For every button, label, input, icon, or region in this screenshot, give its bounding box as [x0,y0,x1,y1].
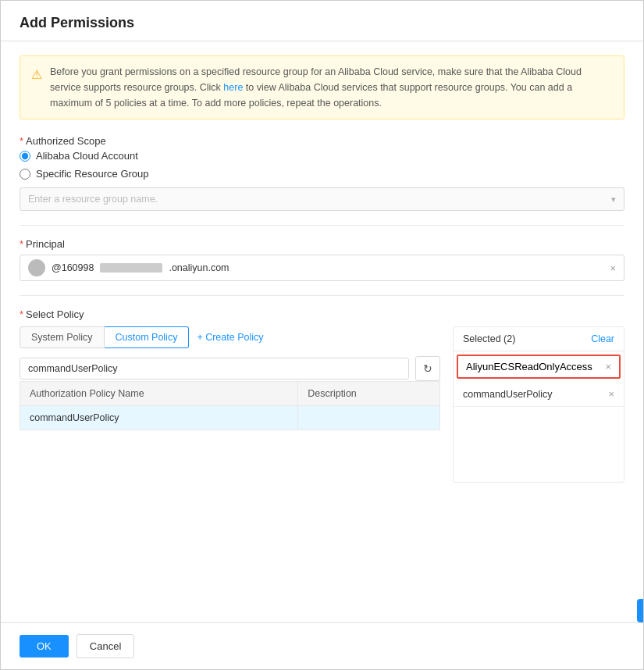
authorized-scope-radio-group: Alibaba Cloud Account Specific Resource … [20,150,624,180]
policy-name-cell: commandUserPolicy [20,406,298,430]
create-policy-button[interactable]: + Create Policy [189,327,271,347]
ok-button[interactable]: OK [20,635,69,658]
modal-body: ⚠ Before you grant permissions on a spec… [1,41,643,622]
principal-tag: @160998 .onaliyun.com × [20,255,624,281]
table-row[interactable]: commandUserPolicy [20,406,440,430]
col-description: Description [298,382,440,406]
add-permissions-modal: Add Permissions ⚠ Before you grant permi… [0,0,644,670]
selected-panel: Selected (2) Clear AliyunECSReadOnlyAcce… [453,326,624,483]
chevron-down-icon: ▾ [611,194,616,205]
authorized-scope-label: Authorized Scope [26,135,106,147]
select-policy-label: Select Policy [26,308,84,320]
modal-footer: OK Cancel [1,622,643,669]
scroll-indicator [637,599,643,622]
principal-domain: .onaliyun.com [169,262,229,273]
selected-header: Selected (2) Clear [454,327,624,351]
tab-custom-policy[interactable]: Custom Policy [105,326,190,348]
principal-section: *Principal @160998 .onaliyun.com × [20,238,624,281]
col-policy-name: Authorization Policy Name [20,382,298,406]
resource-group-input[interactable]: Enter a resource group name. ▾ [20,187,624,211]
search-input[interactable] [20,358,409,380]
table-header-row: Authorization Policy Name Description [20,382,440,406]
principal-label: Principal [26,238,65,250]
policy-tabs: System Policy Custom Policy + Create Pol… [20,326,440,348]
radio-alibaba-cloud-account[interactable]: Alibaba Cloud Account [20,150,624,162]
select-policy-section: System Policy Custom Policy + Create Pol… [20,326,624,483]
selected-item-1-name: AliyunECSReadOnlyAccess [466,361,592,372]
policy-right: Selected (2) Clear AliyunECSReadOnlyAcce… [453,326,624,483]
principal-name-blurred [100,263,162,273]
refresh-button[interactable]: ↻ [415,356,440,381]
selected-item-1: AliyunECSReadOnlyAccess × [457,355,621,379]
warning-box: ⚠ Before you grant permissions on a spec… [20,55,624,119]
policy-left: System Policy Custom Policy + Create Pol… [20,326,440,483]
modal-header: Add Permissions [1,1,643,41]
selected-item-2-name: commandUserPolicy [463,389,553,400]
principal-name-partial: @160998 [52,262,94,273]
warning-icon: ⚠ [31,65,42,111]
selected-count: Selected (2) [463,333,515,344]
here-link[interactable]: here [223,82,243,93]
refresh-icon: ↻ [423,362,432,375]
tab-system-policy[interactable]: System Policy [20,326,105,348]
cancel-button[interactable]: Cancel [76,634,134,658]
search-row: ↻ [20,356,440,381]
policy-table: Authorization Policy Name Description co… [20,381,440,430]
clear-button[interactable]: Clear [591,333,614,344]
remove-item-2-button[interactable]: × [608,388,614,400]
remove-item-1-button[interactable]: × [605,361,611,372]
radio-specific-resource-group[interactable]: Specific Resource Group [20,168,624,180]
policy-description-cell [298,406,440,430]
modal-title: Add Permissions [20,15,624,31]
selected-item-2: commandUserPolicy × [454,382,624,407]
warning-text: Before you grant permissions on a specif… [50,64,613,111]
remove-principal-icon[interactable]: × [610,262,616,274]
avatar [28,259,45,276]
